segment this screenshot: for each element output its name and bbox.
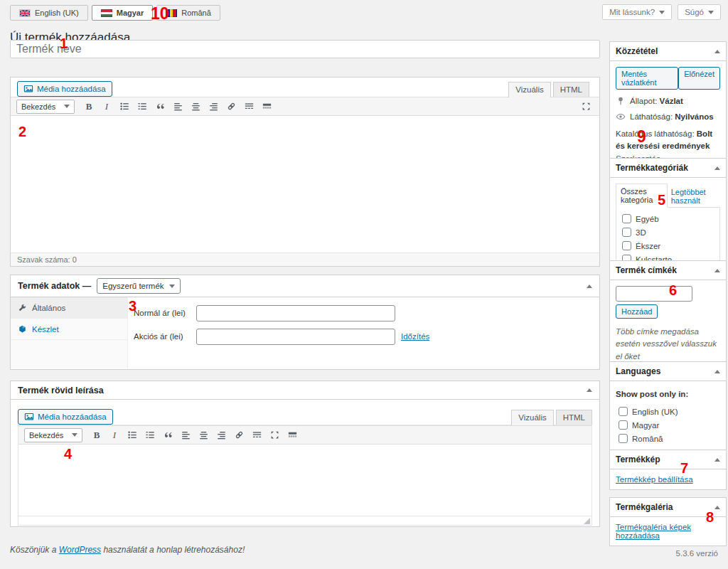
resize-handle-icon[interactable] [584,518,590,524]
checkbox[interactable] [622,214,631,223]
languages-panel: Languages Show post only in: English (UK… [609,361,727,454]
add-gallery-images-link[interactable]: Termékgaléria képek hozzáadása [616,523,691,540]
language-tabs: English (UK) Magyar Română [10,5,220,21]
lang-tab-label: English (UK) [35,9,79,17]
product-data-title: Termék adatok — [18,281,91,291]
featured-image-title: Termékkép [616,454,660,464]
collapse-toggle-icon[interactable] [714,166,720,170]
checkbox[interactable] [622,228,631,237]
collapse-toggle-icon[interactable] [587,284,592,288]
checkbox[interactable] [619,407,628,416]
annotation-3: 3 [129,298,136,314]
more-tag-button[interactable] [249,428,264,442]
collapse-toggle-icon[interactable] [714,370,720,373]
language-item: English (UK) [619,407,717,416]
regular-price-input[interactable] [196,305,395,321]
checkbox[interactable] [619,434,628,443]
editor-resize-bar [18,516,592,525]
tab-most-used[interactable]: Legtöbbet használt [668,185,720,208]
collapse-toggle-icon[interactable] [714,269,720,272]
screen-options-button[interactable]: Mit lássunk? [602,4,672,20]
product-name-input[interactable] [10,40,600,58]
toolbar-toggle-button[interactable] [284,428,300,442]
format-select[interactable]: Bekezdés [24,428,82,442]
toolbar-toggle-button[interactable] [259,100,274,114]
align-left-button[interactable] [178,428,193,442]
link-button[interactable] [231,428,247,442]
align-center-button[interactable] [196,428,211,442]
align-right-button[interactable] [213,428,229,442]
lang-tab-english[interactable]: English (UK) [10,5,88,21]
bold-button[interactable]: B [81,100,97,114]
featured-image-header: Termékkép [610,450,726,469]
languages-header: Languages [610,362,726,381]
product-categories-panel: Termékkategóriák Összes kategória Legtöb… [609,158,727,267]
sale-price-input[interactable] [196,329,395,345]
annotation-5: 5 [658,192,665,208]
fullscreen-button[interactable] [267,428,282,442]
lang-tab-magyar[interactable]: Magyar [92,5,154,21]
screen-options-label: Mit lássunk? [609,8,655,16]
preview-button[interactable]: Előnézet [678,67,720,90]
numbered-list-button[interactable] [134,100,150,114]
visual-tab[interactable]: Vizuális [508,82,550,97]
blockquote-button[interactable] [160,428,176,442]
publish-body: Mentés vázlatként Előnézet Állapot: Vázl… [610,61,726,171]
italic-button[interactable]: I [107,428,122,442]
collapse-toggle-icon[interactable] [714,50,720,53]
bullet-list-button[interactable] [117,100,132,114]
align-left-button[interactable] [170,100,186,114]
sale-price-row: Akciós ár (lei) Időzítés [134,328,599,345]
category-tabs: Összes kategória Legtöbbet használt [616,184,720,208]
tab-inventory[interactable]: Készlet [11,319,127,340]
hungary-flag-icon [101,9,112,17]
more-tag-button[interactable] [241,100,257,114]
link-button[interactable] [223,100,239,114]
product-type-select[interactable]: Egyszerű termék [97,278,181,294]
collapse-toggle-icon[interactable] [587,388,592,392]
add-media-button[interactable]: Média hozzáadása [18,409,113,425]
editor-header: Média hozzáadása Vizuális HTML [18,405,592,425]
numbered-list-button[interactable] [142,428,158,442]
tab-inventory-label: Készlet [32,325,59,334]
wrench-icon [18,303,27,312]
collapse-toggle-icon[interactable] [714,458,720,462]
collapse-toggle-icon[interactable] [714,506,720,509]
html-tab[interactable]: HTML [556,410,592,425]
checkbox[interactable] [622,241,631,250]
format-select[interactable]: Bekezdés [16,100,75,114]
category-label: Ékszer [636,242,660,250]
language-item: Română [619,434,717,443]
visibility-label: Láthatóság: [630,112,673,121]
align-right-button[interactable] [205,100,221,114]
add-tag-button[interactable]: Hozzáad [616,304,658,319]
footer-thanks-suffix: használatát a honlap létrehozásához! [103,545,245,555]
italic-button[interactable]: I [99,100,114,114]
chevron-down-icon [72,433,77,437]
align-center-button[interactable] [188,100,203,114]
editor-toolbar: Bekezdés B I [11,97,599,116]
bullet-list-button[interactable] [124,428,140,442]
visibility-value: Nyilvános [675,112,713,121]
save-draft-button[interactable]: Mentés vázlatként [616,67,678,90]
categories-title: Termékkategóriák [616,163,688,173]
annotation-7: 7 [680,460,688,477]
annotation-8: 8 [706,509,714,526]
checkbox[interactable] [619,420,628,430]
media-icon [24,412,34,422]
pin-icon [616,96,626,106]
schedule-link[interactable]: Időzítés [401,332,429,341]
editor-frame: Bekezdés B I [18,425,592,526]
fullscreen-button[interactable] [578,100,594,114]
bold-button[interactable]: B [89,428,105,442]
visual-tab[interactable]: Vizuális [511,410,553,425]
editor-content-area[interactable] [18,445,592,516]
tag-input[interactable] [616,286,692,302]
html-tab[interactable]: HTML [553,82,589,97]
editor-content-area[interactable] [11,116,599,252]
add-media-button[interactable]: Média hozzáadása [17,81,112,97]
tab-general[interactable]: Általános [11,297,127,319]
help-button[interactable]: Súgó [678,4,721,20]
wordpress-link[interactable]: WordPress [59,545,101,555]
blockquote-button[interactable] [152,100,168,114]
